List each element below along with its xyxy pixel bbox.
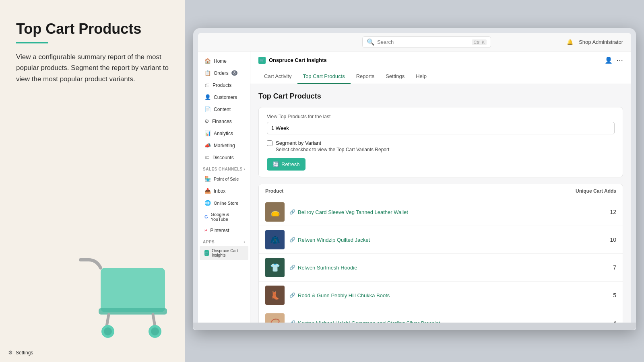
pos-icon: 🏪 xyxy=(204,176,211,182)
cart-count-3: 7 xyxy=(613,264,616,271)
notification-icon[interactable]: 🔔 xyxy=(567,39,573,45)
sidebar-item-marketing[interactable]: 📣 Marketing xyxy=(200,140,248,151)
product-link-icon-5: 🔗 xyxy=(289,320,295,323)
sidebar-label-orders: Orders xyxy=(214,70,229,76)
sidebar-item-cart-insights[interactable]: 🛒 Onspruce Cart Insights xyxy=(200,246,248,260)
tab-nav: Cart Activity Top Cart Products Reports … xyxy=(250,69,631,84)
product-name-2[interactable]: Relwen Windzip Quilted Jacket xyxy=(298,237,370,243)
content-icon: 📄 xyxy=(204,106,211,112)
refresh-label: Refresh xyxy=(281,161,300,167)
sidebar-item-content[interactable]: 📄 Content xyxy=(200,103,248,115)
filter-card: View Top Products for the last Segment b… xyxy=(258,107,623,177)
sales-channels-section: Sales channels › xyxy=(198,164,250,173)
product-link-icon-1: 🔗 xyxy=(289,209,295,215)
online-store-icon: 🌐 xyxy=(204,200,211,206)
segment-checkbox[interactable] xyxy=(267,140,272,146)
segment-row: Segment by Variant Select checkbox to vi… xyxy=(267,140,615,152)
app-icon: 🛒 xyxy=(258,57,266,64)
top-bar: 🔍 Ctrl K 🔔 Shop Administrator xyxy=(198,33,631,51)
table-header: Product Unique Cart Adds xyxy=(259,184,623,198)
sidebar-item-discounts[interactable]: 🏷 Discounts xyxy=(200,152,248,163)
tab-help[interactable]: Help xyxy=(410,69,432,84)
sidebar-label-marketing: Marketing xyxy=(214,143,235,148)
sidebar-label-analytics: Analytics xyxy=(214,131,233,136)
app-title: Onspruce Cart Insights xyxy=(269,57,327,63)
sidebar-item-home[interactable]: 🏠 Home xyxy=(200,55,248,67)
segment-label: Segment by Variant xyxy=(276,140,389,146)
product-info-5: 🔗 Kenton Michael Heishi Gemstone and Ste… xyxy=(289,320,608,323)
finances-icon: ⚙ xyxy=(204,118,209,124)
main-layout: 🏠 Home 📋 Orders 8 🏷 Products 👤 Cus xyxy=(198,51,631,323)
sidebar-item-analytics[interactable]: 📊 Analytics xyxy=(200,128,248,139)
sidebar-item-inbox[interactable]: 📥 Inbox xyxy=(200,185,248,197)
sidebar: 🏠 Home 📋 Orders 8 🏷 Products 👤 Cus xyxy=(198,51,250,323)
page-content: Top Cart Products View Top Products for … xyxy=(250,84,631,323)
apps-section: Apps › xyxy=(198,237,250,245)
sidebar-item-products[interactable]: 🏷 Products xyxy=(200,79,248,91)
product-link-icon-4: 🔗 xyxy=(289,292,295,298)
sidebar-label-home: Home xyxy=(214,58,227,64)
cart-count-2: 10 xyxy=(610,237,616,243)
cart-insights-icon: 🛒 xyxy=(204,250,209,256)
orders-icon: 📋 xyxy=(204,70,211,76)
product-info-3: 🔗 Relwen Surfmesh Hoodie xyxy=(289,265,608,271)
search-input[interactable] xyxy=(377,39,469,45)
svg-line-3 xyxy=(107,315,109,326)
cart-count-4: 5 xyxy=(613,292,616,298)
product-thumb-5: 📿 xyxy=(265,313,285,323)
sidebar-label-finances: Finances xyxy=(212,119,232,124)
more-options-icon[interactable]: ⋯ xyxy=(617,56,623,64)
apps-expand[interactable]: › xyxy=(244,240,245,244)
sales-channels-expand[interactable]: › xyxy=(244,167,245,171)
sidebar-item-finances[interactable]: ⚙ Finances xyxy=(200,115,248,127)
product-name-1[interactable]: Bellroy Card Sleeve Veg Tanned Leather W… xyxy=(298,209,408,215)
product-name-4[interactable]: Rodd & Gunn Pebbly Hill Chukka Boots xyxy=(298,292,390,298)
app-header-left: 🛒 Onspruce Cart Insights xyxy=(258,57,327,64)
table-row: 📿 🔗 Kenton Michael Heishi Gemstone and S… xyxy=(259,309,623,323)
search-bar[interactable]: 🔍 Ctrl K xyxy=(362,36,491,48)
filter-input[interactable] xyxy=(267,122,615,134)
sidebar-label-inbox: Inbox xyxy=(214,188,225,194)
sidebar-label-cart-insights: Onspruce Cart Insights xyxy=(212,249,244,257)
products-table: Product Unique Cart Adds 👝 🔗 Be xyxy=(258,184,623,323)
app-header: 🛒 Onspruce Cart Insights 👤 ⋯ xyxy=(250,51,631,69)
table-row: 👕 🔗 Relwen Surfmesh Hoodie 7 xyxy=(259,254,623,282)
cart-illustration xyxy=(76,256,185,346)
sidebar-item-customers[interactable]: 👤 Customers xyxy=(200,91,248,103)
tab-settings[interactable]: Settings xyxy=(380,69,410,84)
sidebar-label-google: Google & YouTube xyxy=(211,212,244,222)
laptop-wrapper: 🔍 Ctrl K 🔔 Shop Administrator 🏠 Home xyxy=(185,0,644,362)
product-info-4: 🔗 Rodd & Gunn Pebbly Hill Chukka Boots xyxy=(289,292,608,298)
laptop: 🔍 Ctrl K 🔔 Shop Administrator 🏠 Home xyxy=(193,28,636,330)
user-icon[interactable]: 👤 xyxy=(605,56,613,64)
sidebar-item-online-store[interactable]: 🌐 Online Store xyxy=(200,197,248,209)
laptop-screen: 🔍 Ctrl K 🔔 Shop Administrator 🏠 Home xyxy=(198,33,631,323)
tab-reports[interactable]: Reports xyxy=(351,69,380,84)
table-row: 👢 🔗 Rodd & Gunn Pebbly Hill Chukka Boots… xyxy=(259,282,623,309)
sidebar-item-pos[interactable]: 🏪 Point of Sale xyxy=(200,173,248,185)
sidebar-item-orders[interactable]: 📋 Orders 8 xyxy=(200,67,248,79)
cart-count-5: 4 xyxy=(613,320,616,323)
content-area: 🛒 Onspruce Cart Insights 👤 ⋯ Cart Activi… xyxy=(250,51,631,323)
product-info-2: 🔗 Relwen Windzip Quilted Jacket xyxy=(289,237,605,243)
laptop-base xyxy=(193,323,636,330)
sidebar-label-pos: Point of Sale xyxy=(214,177,239,181)
refresh-button[interactable]: 🔄 Refresh xyxy=(267,158,305,171)
cart-count-1: 12 xyxy=(610,209,616,215)
search-shortcut: Ctrl K xyxy=(472,39,487,45)
product-thumb-1: 👝 xyxy=(265,202,285,222)
google-icon: G xyxy=(204,214,208,219)
col-cart-adds: Unique Cart Adds xyxy=(576,188,616,194)
sidebar-label-pinterest: Pinterest xyxy=(210,228,229,233)
segment-text: Segment by Variant Select checkbox to vi… xyxy=(276,140,389,152)
sidebar-item-google[interactable]: G Google & YouTube xyxy=(200,209,248,224)
product-name-3[interactable]: Relwen Surfmesh Hoodie xyxy=(298,265,357,271)
product-name-5[interactable]: Kenton Michael Heishi Gemstone and Sterl… xyxy=(298,320,440,323)
page-title: Top Cart Products xyxy=(258,92,623,101)
filter-label: View Top Products for the last xyxy=(267,114,615,119)
tab-top-cart-products[interactable]: Top Cart Products xyxy=(297,69,351,84)
tab-cart-activity[interactable]: Cart Activity xyxy=(258,69,297,84)
right-panel: Top Cart Products View a configurable su… xyxy=(0,0,185,362)
product-info-1: 🔗 Bellroy Card Sleeve Veg Tanned Leather… xyxy=(289,209,605,215)
sidebar-item-pinterest[interactable]: P Pinterest xyxy=(200,225,248,236)
